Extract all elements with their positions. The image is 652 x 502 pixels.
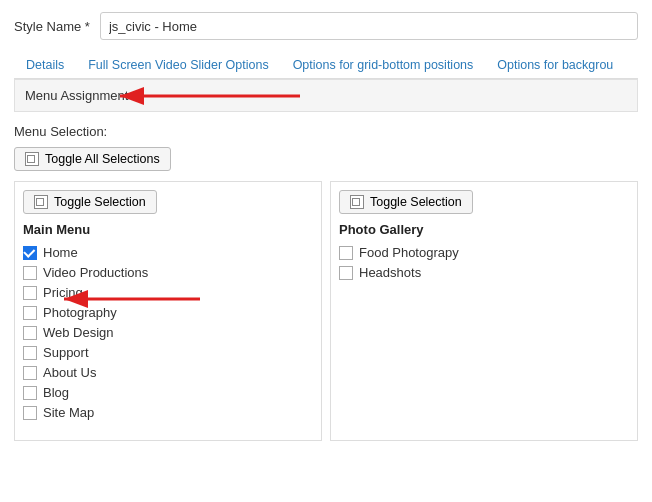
home-checkbox[interactable] [23,246,37,260]
menu-assignment-row: Menu Assignment [14,79,638,112]
columns-row: Toggle Selection Main Menu Home Video Pr… [14,181,638,441]
main-toggle-label: Toggle Selection [54,195,146,209]
photo-gallery-title: Photo Gallery [339,222,629,237]
list-item: Headshots [339,265,629,280]
support-label: Support [43,345,89,360]
pricing-label: Pricing [43,285,83,300]
pricing-checkbox[interactable] [23,286,37,300]
photo-gallery-toggle-selection-button[interactable]: Toggle Selection [339,190,473,214]
video-productions-checkbox[interactable] [23,266,37,280]
list-item: Pricing [23,285,313,300]
main-menu-column: Toggle Selection Main Menu Home Video Pr… [14,181,322,441]
toggle-all-checkbox-icon [25,152,39,166]
list-item: Photography [23,305,313,320]
list-item: Home [23,245,313,260]
web-design-label: Web Design [43,325,114,340]
food-photograpy-label: Food Photograpy [359,245,459,260]
headshots-label: Headshots [359,265,421,280]
tab-details[interactable]: Details [14,52,76,78]
list-item: Web Design [23,325,313,340]
toggle-all-selections-button[interactable]: Toggle All Selections [14,147,171,171]
list-item: Video Productions [23,265,313,280]
photo-toggle-label: Toggle Selection [370,195,462,209]
photo-toggle-checkbox-icon [350,195,364,209]
style-name-input[interactable] [100,12,638,40]
site-map-checkbox[interactable] [23,406,37,420]
tab-grid-bottom[interactable]: Options for grid-bottom positions [281,52,486,78]
headshots-checkbox[interactable] [339,266,353,280]
tab-fullscreen[interactable]: Full Screen Video Slider Options [76,52,280,78]
main-menu-toggle-selection-button[interactable]: Toggle Selection [23,190,157,214]
home-label: Home [43,245,78,260]
menu-assignment-label: Menu Assignment [25,88,128,103]
blog-label: Blog [43,385,69,400]
toggle-all-label: Toggle All Selections [45,152,160,166]
style-name-label: Style Name * [14,19,90,34]
list-item: Site Map [23,405,313,420]
photography-label: Photography [43,305,117,320]
site-map-label: Site Map [43,405,94,420]
main-menu-title: Main Menu [23,222,313,237]
list-item: Blog [23,385,313,400]
list-item: Support [23,345,313,360]
about-us-label: About Us [43,365,96,380]
web-design-checkbox[interactable] [23,326,37,340]
food-photograpy-checkbox[interactable] [339,246,353,260]
list-item: Food Photograpy [339,245,629,260]
photo-gallery-column: Toggle Selection Photo Gallery Food Phot… [330,181,638,441]
blog-checkbox[interactable] [23,386,37,400]
video-productions-label: Video Productions [43,265,148,280]
about-us-checkbox[interactable] [23,366,37,380]
main-toggle-checkbox-icon [34,195,48,209]
list-item: About Us [23,365,313,380]
menu-selection-label: Menu Selection: [14,124,638,139]
support-checkbox[interactable] [23,346,37,360]
tab-background[interactable]: Options for backgrou [485,52,625,78]
photography-checkbox[interactable] [23,306,37,320]
tabs-row: Details Full Screen Video Slider Options… [14,52,638,79]
